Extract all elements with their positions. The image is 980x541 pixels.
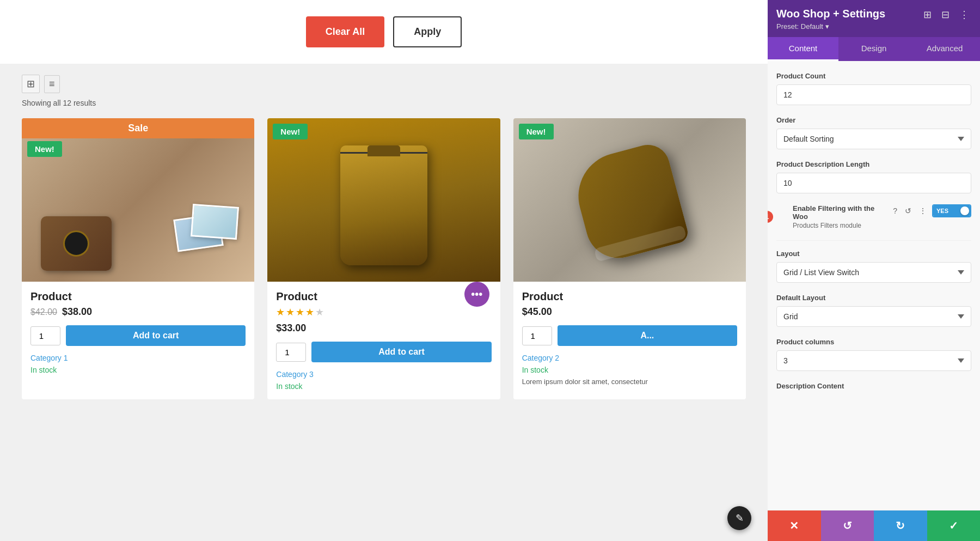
product-name-2: Product: [276, 290, 491, 303]
product-name-1: Product: [30, 290, 246, 303]
panel-icon-layout-button[interactable]: ⊟: [939, 8, 952, 22]
toggle-switch-wrap: YES: [932, 204, 971, 217]
tab-content[interactable]: Content: [768, 37, 838, 61]
add-to-cart-button-2[interactable]: Add to cart: [311, 342, 491, 362]
product-image-3: New!: [513, 118, 746, 282]
panel-tabs: Content Design Advanced: [768, 37, 980, 61]
panel-header: Woo Shop + Settings Preset: Default ▾ ⊞ …: [768, 0, 980, 37]
panel-footer: ✕ ↺ ↻ ✓: [768, 510, 980, 541]
product-columns-select[interactable]: 3 2 4: [776, 350, 971, 371]
products-grid: Sale New! Product $42.00 $38.00: [22, 118, 746, 399]
enable-filtering-field: 1 Enable Filtering with the Woo Products…: [776, 204, 971, 229]
toggle-more-button[interactable]: ⋮: [917, 205, 929, 216]
toggle-reset-button[interactable]: ↺: [903, 205, 914, 216]
product-stock-2: In stock: [276, 382, 491, 391]
quantity-input-2[interactable]: [276, 343, 306, 362]
new-badge-1: New!: [27, 141, 62, 157]
panel-reset-button[interactable]: ↺: [821, 510, 874, 541]
star-2: ★: [286, 306, 295, 318]
product-desc-3: Lorem ipsum dolor sit amet, consectetur: [522, 378, 737, 386]
quantity-input-1[interactable]: [30, 326, 60, 345]
price-new-1: $38.00: [62, 306, 92, 317]
product-category-1[interactable]: Category 1: [30, 354, 246, 362]
product-count-input[interactable]: [776, 84, 971, 105]
product-category-3[interactable]: Category 2: [522, 354, 737, 362]
star-5: ★: [315, 306, 324, 318]
order-label: Order: [776, 116, 971, 124]
panel-redo-button[interactable]: ↻: [874, 510, 927, 541]
product-columns-field: Product columns 3 2 4: [776, 338, 971, 371]
price-old-1: $42.00: [30, 307, 57, 317]
new-badge-2: New!: [273, 124, 308, 139]
add-to-cart-row-2: Add to cart: [276, 342, 491, 362]
price-new-2: $33.00: [276, 323, 306, 333]
toggle-yes-label: YES: [933, 205, 952, 216]
panel-title: Woo Shop + Settings: [776, 8, 885, 20]
photo-2: [191, 204, 239, 240]
bag-body: [340, 145, 427, 265]
shoe-sole: [594, 225, 687, 262]
desc-length-input[interactable]: [776, 173, 971, 193]
new-badge-3: New!: [519, 124, 554, 139]
more-options-button-2[interactable]: •••: [464, 282, 489, 307]
enable-filtering-sub: Products Filters module: [793, 222, 885, 229]
product-image-1: Sale New!: [22, 118, 254, 282]
panel-body: Product Count Order Default Sorting Popu…: [768, 61, 980, 510]
product-stock-3: In stock: [522, 366, 737, 374]
panel-header-actions: ⊞ ⊟ ⋮: [921, 8, 971, 22]
results-text: Showing all 12 results: [22, 99, 746, 107]
desc-length-label: Product Description Length: [776, 160, 971, 168]
default-layout-select[interactable]: Grid List: [776, 306, 971, 327]
layout-select[interactable]: Grid / List View Switch Grid List: [776, 262, 971, 283]
bag-handle: [367, 145, 400, 156]
grid-view-button[interactable]: ⊞: [22, 75, 40, 93]
shop-area: ⊞ ≡ Showing all 12 results Sale New!: [0, 75, 768, 399]
add-to-cart-row-3: A...: [522, 325, 737, 346]
panel-title-group: Woo Shop + Settings Preset: Default ▾: [776, 8, 885, 31]
product-rating-2: ★ ★ ★ ★ ★: [276, 306, 491, 318]
add-to-cart-button-3[interactable]: A...: [558, 325, 737, 346]
product-info-3: Product $45.00 A... Category 2 In stock …: [513, 282, 746, 394]
panel-preset[interactable]: Preset: Default ▾: [776, 22, 885, 31]
star-1: ★: [276, 306, 285, 318]
add-to-cart-button-1[interactable]: Add to cart: [66, 325, 246, 346]
product-category-2[interactable]: Category 3: [276, 370, 491, 379]
divider-1: [776, 240, 971, 241]
clear-all-button[interactable]: Clear All: [306, 16, 384, 47]
product-card-1: Sale New! Product $42.00 $38.00: [22, 118, 254, 399]
toggle-switch[interactable]: [952, 205, 970, 216]
enable-filtering-title: Enable Filtering with the Woo: [793, 204, 885, 221]
product-name-3: Product: [522, 290, 737, 303]
add-to-cart-row-1: Add to cart: [30, 325, 246, 346]
panel-confirm-button[interactable]: ✓: [927, 510, 981, 541]
desc-content-field: Description Content: [776, 382, 971, 390]
toggle-controls: ? ↺ ⋮ YES: [891, 204, 971, 217]
product-price-3: $45.00: [522, 306, 737, 318]
star-3: ★: [296, 306, 304, 318]
product-columns-label: Product columns: [776, 338, 971, 346]
panel-cancel-button[interactable]: ✕: [768, 510, 821, 541]
default-layout-label: Default Layout: [776, 294, 971, 302]
tab-design[interactable]: Design: [838, 37, 909, 61]
enable-filtering-label-block: Enable Filtering with the Woo Products F…: [793, 204, 885, 229]
layout-field: Layout Grid / List View Switch Grid List: [776, 250, 971, 283]
order-select[interactable]: Default Sorting Popularity Rating Date P…: [776, 129, 971, 149]
product-info-1: Product $42.00 $38.00 Add to cart Catego…: [22, 282, 254, 383]
floating-action-button[interactable]: ✎: [727, 506, 751, 530]
list-view-button[interactable]: ≡: [44, 75, 60, 93]
apply-button[interactable]: Apply: [393, 16, 462, 47]
sale-banner-1: Sale: [22, 118, 254, 138]
quantity-input-3[interactable]: [522, 326, 552, 345]
product-card-2: New! Product ★ ★ ★ ★ ★: [267, 118, 500, 399]
camera-lens: [63, 230, 89, 257]
tab-advanced[interactable]: Advanced: [909, 37, 980, 61]
toggle-help-button[interactable]: ?: [891, 205, 899, 216]
filter-bar: Clear All Apply: [0, 0, 768, 64]
order-field: Order Default Sorting Popularity Rating …: [776, 116, 971, 149]
layout-label: Layout: [776, 250, 971, 258]
panel-more-button[interactable]: ⋮: [957, 8, 971, 22]
product-price-2: $33.00: [276, 323, 491, 334]
product-stock-1: In stock: [30, 366, 246, 374]
panel-icon-grid-button[interactable]: ⊞: [921, 8, 934, 22]
product-count-label: Product Count: [776, 72, 971, 80]
